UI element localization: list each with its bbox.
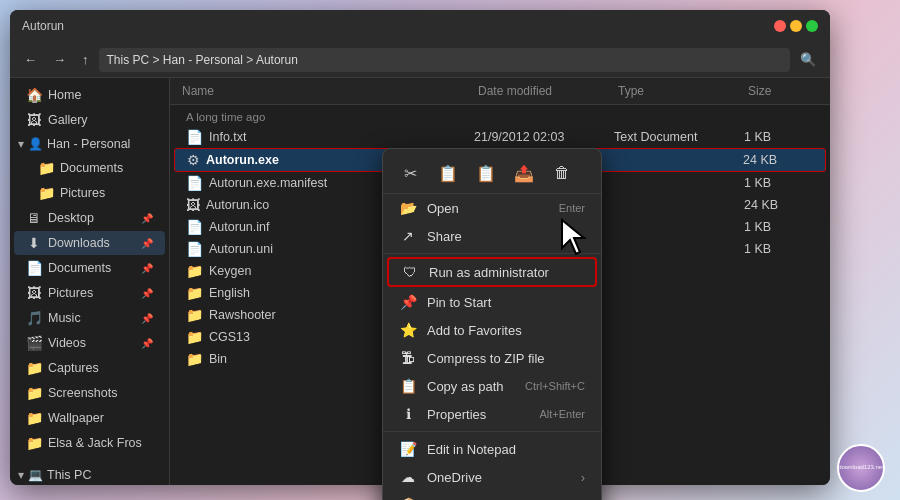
context-menu: ✂ 📋 📋 📤 🗑 📂 Open Enter ↗ Share 🛡 Run as … — [382, 148, 602, 500]
minimize-button[interactable] — [790, 20, 802, 32]
sidebar-item-gallery[interactable]: 🖼 Gallery — [14, 108, 165, 132]
sidebar-label-music: Music — [48, 311, 81, 325]
onedrive-icon: ☁ — [399, 469, 417, 485]
sidebar-item-captures[interactable]: 📁 Captures — [14, 356, 165, 380]
ctx-label-properties: Properties — [427, 407, 486, 422]
sidebar-item-videos[interactable]: 🎬 Videos 📌 — [14, 331, 165, 355]
sidebar-item-documents-sub[interactable]: 📁 Documents — [14, 156, 165, 180]
up-button[interactable]: ↑ — [76, 48, 95, 71]
sidebar-label-pictures: Pictures — [48, 286, 93, 300]
ctx-label-compress: Compress to ZIP file — [427, 351, 545, 366]
rawshooter-icon: 📁 — [186, 307, 203, 323]
col-size: Size — [748, 84, 818, 98]
user-icon: 👤 — [28, 137, 43, 151]
ico-icon: 🖼 — [186, 197, 200, 213]
sidebar-label-gallery: Gallery — [48, 113, 88, 127]
sidebar-item-wallpaper[interactable]: 📁 Wallpaper — [14, 406, 165, 430]
screenshots-icon: 📁 — [26, 385, 42, 401]
ctx-separator-2 — [383, 431, 601, 432]
wallpaper-icon: 📁 — [26, 410, 42, 426]
pin-icon-videos: 📌 — [141, 338, 153, 349]
ctx-item-copy-path[interactable]: 📋 Copy as path Ctrl+Shift+C — [383, 372, 601, 400]
inf-icon: 📄 — [186, 219, 203, 235]
pin-icon-downloads: 📌 — [141, 238, 153, 249]
english-icon: 📁 — [186, 285, 203, 301]
ctx-item-winrar[interactable]: 📦 WinRAR › — [383, 491, 601, 500]
maximize-button[interactable] — [806, 20, 818, 32]
ctx-label-copy-path: Copy as path — [427, 379, 504, 394]
ctx-item-run-admin[interactable]: 🛡 Run as administrator — [387, 257, 597, 287]
uni-icon: 📄 — [186, 241, 203, 257]
sidebar-item-downloads[interactable]: ⬇ Downloads 📌 — [14, 231, 165, 255]
toolbar: ← → ↑ This PC > Han - Personal > Autorun… — [10, 42, 830, 78]
share-icon: ↗ — [399, 228, 417, 244]
file-list-header: Name Date modified Type Size — [170, 78, 830, 105]
sidebar-item-desktop[interactable]: 🖥 Desktop 📌 — [14, 206, 165, 230]
star-icon: ⭐ — [399, 322, 417, 338]
music-icon: 🎵 — [26, 310, 42, 326]
title-bar: Autorun — [10, 10, 830, 42]
chevron-right-icon: ▾ — [18, 468, 24, 482]
share-icon-btn[interactable]: 📤 — [509, 159, 539, 187]
ctx-item-pin-start[interactable]: 📌 Pin to Start — [383, 288, 601, 316]
home-icon: 🏠 — [26, 87, 42, 103]
sidebar-label-desktop: Desktop — [48, 211, 94, 225]
sidebar-label-wallpaper: Wallpaper — [48, 411, 104, 425]
sidebar-label-downloads: Downloads — [48, 236, 110, 250]
sidebar-item-music[interactable]: 🎵 Music 📌 — [14, 306, 165, 330]
pin-icon-pictures: 📌 — [141, 288, 153, 299]
sidebar-item-home[interactable]: 🏠 Home — [14, 83, 165, 107]
ctx-label-open: Open — [427, 201, 459, 216]
close-button[interactable] — [774, 20, 786, 32]
sidebar-item-elsa[interactable]: 📁 Elsa & Jack Fros — [14, 431, 165, 455]
ctx-item-edit-notepad[interactable]: 📝 Edit in Notepad — [383, 435, 601, 463]
paste-icon-btn[interactable]: 📋 — [471, 159, 501, 187]
bin-icon: 📁 — [186, 351, 203, 367]
address-text: This PC > Han - Personal > Autorun — [107, 53, 298, 67]
exe-icon: ⚙ — [187, 152, 200, 168]
ctx-separator-1 — [383, 253, 601, 254]
sidebar-item-pictures-sub[interactable]: 📁 Pictures — [14, 181, 165, 205]
delete-icon-btn[interactable]: 🗑 — [547, 159, 577, 187]
ctx-item-compress[interactable]: 🗜 Compress to ZIP file — [383, 344, 601, 372]
sidebar-item-screenshots[interactable]: 📁 Screenshots — [14, 381, 165, 405]
ctx-item-onedrive[interactable]: ☁ OneDrive › — [383, 463, 601, 491]
sidebar-label-documents-sub: Documents — [60, 161, 123, 175]
sidebar-item-pictures[interactable]: 🖼 Pictures 📌 — [14, 281, 165, 305]
folder-icon-2: 📁 — [38, 185, 54, 201]
ctx-item-open[interactable]: 📂 Open Enter — [383, 194, 601, 222]
sidebar-label-screenshots: Screenshots — [48, 386, 117, 400]
pin-icon-desktop: 📌 — [141, 213, 153, 224]
forward-button[interactable]: → — [47, 48, 72, 71]
address-bar[interactable]: This PC > Han - Personal > Autorun — [99, 48, 791, 72]
sidebar-item-thispc[interactable]: ▾ 💻 This PC — [10, 464, 169, 485]
sidebar-label-documents: Documents — [48, 261, 111, 275]
search-button[interactable]: 🔍 — [794, 48, 822, 71]
onedrive-arrow-icon: › — [581, 470, 585, 485]
pin-icon-music: 📌 — [141, 313, 153, 324]
ctx-label-run-admin: Run as administrator — [429, 265, 549, 280]
ctx-item-add-favorites[interactable]: ⭐ Add to Favorites — [383, 316, 601, 344]
copy-icon-btn[interactable]: 📋 — [433, 159, 463, 187]
sidebar-item-documents[interactable]: 📄 Documents 📌 — [14, 256, 165, 280]
ctx-label-onedrive: OneDrive — [427, 470, 482, 485]
ctx-shortcut-properties: Alt+Enter — [539, 408, 585, 420]
chevron-down-icon: ▾ — [18, 137, 24, 151]
file-row[interactable]: 📄Info.txt 21/9/2012 02:03 Text Document … — [174, 126, 826, 148]
back-button[interactable]: ← — [18, 48, 43, 71]
copy-path-icon: 📋 — [399, 378, 417, 394]
desktop-icon: 🖥 — [26, 210, 42, 226]
ctx-item-properties[interactable]: ℹ Properties Alt+Enter — [383, 400, 601, 428]
context-menu-icon-row: ✂ 📋 📋 📤 🗑 — [383, 153, 601, 194]
ctx-shortcut-open: Enter — [559, 202, 585, 214]
pictures-icon: 🖼 — [26, 285, 42, 301]
cut-icon-btn[interactable]: ✂ — [395, 159, 425, 187]
gallery-icon: 🖼 — [26, 112, 42, 128]
sidebar-item-han[interactable]: ▾ 👤 Han - Personal — [10, 133, 169, 155]
ctx-item-share[interactable]: ↗ Share — [383, 222, 601, 250]
sidebar-label-thispc: This PC — [47, 468, 91, 482]
sidebar-label-elsa: Elsa & Jack Fros — [48, 436, 142, 450]
pin-icon: 📌 — [399, 294, 417, 310]
sidebar-label-home: Home — [48, 88, 81, 102]
col-date: Date modified — [478, 84, 618, 98]
